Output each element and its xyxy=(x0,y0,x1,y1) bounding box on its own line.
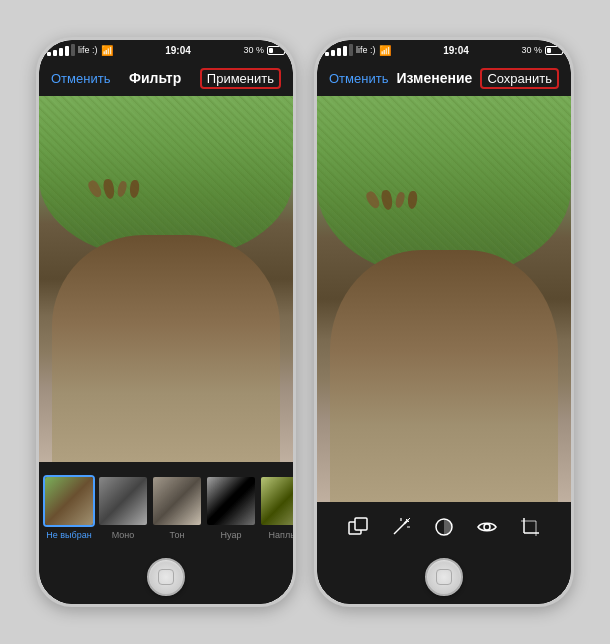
battery-pct-1: 30 % xyxy=(243,45,264,55)
signal-icon-2 xyxy=(325,44,353,56)
filter-thumb-ton[interactable]: Тон xyxy=(151,475,203,540)
filter-thumb-noar[interactable]: Нуар xyxy=(205,475,257,540)
carrier-2: life :) xyxy=(356,45,376,55)
filter-thumb-mono[interactable]: Моно xyxy=(97,475,149,540)
crop-icon[interactable] xyxy=(514,511,546,543)
svg-rect-1 xyxy=(355,518,367,530)
status-left-1: life :) 📶 xyxy=(47,44,113,56)
save-button-2[interactable]: Сохранить xyxy=(480,68,559,89)
filter-img-noar[interactable] xyxy=(205,475,257,527)
status-right-1: 30 % xyxy=(243,45,285,55)
signal-icon-1 xyxy=(47,44,75,56)
rotate-icon[interactable] xyxy=(342,511,374,543)
battery-icon-2 xyxy=(545,46,563,55)
battery-icon-1 xyxy=(267,46,285,55)
nav-bar-2: Отменить Изменение Сохранить xyxy=(317,60,571,96)
cancel-button-2[interactable]: Отменить xyxy=(329,71,388,86)
home-button-inner-2 xyxy=(436,569,452,585)
filter-thumb-original[interactable]: Не выбран xyxy=(43,475,95,540)
filter-img-original[interactable] xyxy=(43,475,95,527)
filter-strip-1: Не выбран Моно Тон xyxy=(39,462,293,552)
home-button-1[interactable] xyxy=(147,558,185,596)
filter-img-napliv[interactable] xyxy=(259,475,293,527)
time-2: 19:04 xyxy=(443,45,469,56)
cancel-button-1[interactable]: Отменить xyxy=(51,71,110,86)
wifi-icon-1: 📶 xyxy=(101,45,113,56)
battery-pct-2: 30 % xyxy=(521,45,542,55)
magic-wand-icon[interactable] xyxy=(385,511,417,543)
home-button-inner-1 xyxy=(158,569,174,585)
filter-thumb-napliv[interactable]: Наплыв xyxy=(259,475,293,540)
phone-filter: life :) 📶 19:04 30 % Отменить Фильтр При… xyxy=(36,37,296,607)
nav-title-1: Фильтр xyxy=(129,70,181,86)
svg-line-2 xyxy=(394,524,404,534)
filter-label-mono: Моно xyxy=(112,530,135,540)
circle-filter-icon[interactable] xyxy=(428,511,460,543)
home-area-2 xyxy=(317,552,571,604)
phone-edit: life :) 📶 19:04 30 % Отменить Изменение … xyxy=(314,37,574,607)
bottom-toolbar-2 xyxy=(317,502,571,552)
time-1: 19:04 xyxy=(165,45,191,56)
home-area-1 xyxy=(39,552,293,604)
filter-label-noar: Нуар xyxy=(221,530,242,540)
filter-label-ton: Тон xyxy=(170,530,185,540)
stump-body-1 xyxy=(52,235,281,462)
photo-area-1 xyxy=(39,96,293,462)
svg-line-7 xyxy=(408,518,410,520)
filter-label-original: Не выбран xyxy=(46,530,91,540)
nav-bar-1: Отменить Фильтр Применить xyxy=(39,60,293,96)
wifi-icon-2: 📶 xyxy=(379,45,391,56)
filter-label-napliv: Наплыв xyxy=(269,530,293,540)
stump-body-2 xyxy=(330,250,559,502)
carrier-1: life :) xyxy=(78,45,98,55)
photo-stump-1 xyxy=(39,96,293,462)
status-bar-2: life :) 📶 19:04 30 % xyxy=(317,40,571,60)
eye-icon[interactable] xyxy=(471,511,503,543)
home-button-2[interactable] xyxy=(425,558,463,596)
nav-title-2: Изменение xyxy=(396,70,472,86)
filter-img-mono[interactable] xyxy=(97,475,149,527)
filter-img-ton[interactable] xyxy=(151,475,203,527)
photo-stump-2 xyxy=(317,96,571,502)
phones-container: life :) 📶 19:04 30 % Отменить Фильтр При… xyxy=(36,37,574,607)
status-left-2: life :) 📶 xyxy=(325,44,391,56)
status-right-2: 30 % xyxy=(521,45,563,55)
apply-button-1[interactable]: Применить xyxy=(200,68,281,89)
svg-point-9 xyxy=(484,524,490,530)
photo-area-2 xyxy=(317,96,571,502)
status-bar-1: life :) 📶 19:04 30 % xyxy=(39,40,293,60)
